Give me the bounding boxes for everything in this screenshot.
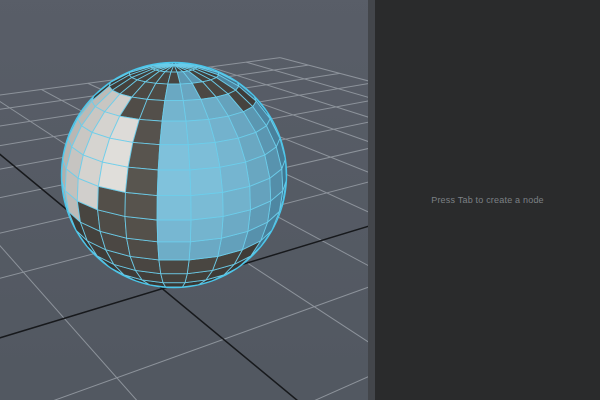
panel-divider[interactable] xyxy=(368,0,375,400)
viewport-canvas[interactable] xyxy=(0,0,368,400)
app-window: Press Tab to create a node xyxy=(0,0,600,400)
viewport-3d[interactable] xyxy=(0,0,368,400)
node-editor-hint: Press Tab to create a node xyxy=(431,195,544,205)
node-editor-panel[interactable]: Press Tab to create a node xyxy=(375,0,600,400)
